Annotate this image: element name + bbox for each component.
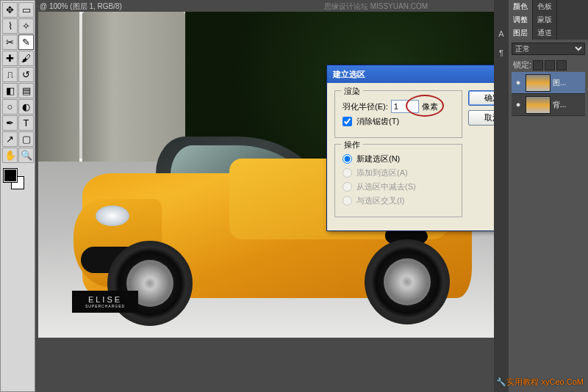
car-badge: ELISE SUPERCHARGED bbox=[72, 291, 138, 313]
tab-swatch[interactable]: 色板 bbox=[533, 0, 557, 13]
tab-adjust[interactable]: 调整 bbox=[509, 13, 533, 26]
op-new-radio[interactable] bbox=[343, 154, 352, 164]
op-add-radio bbox=[343, 168, 352, 178]
tool-move[interactable]: ✥ bbox=[2, 2, 18, 18]
paragraph-panel-icon[interactable]: ¶ bbox=[499, 48, 503, 57]
tool-marquee[interactable]: ▭ bbox=[18, 2, 34, 18]
layer-thumbnail[interactable] bbox=[526, 96, 551, 114]
layer-name[interactable]: 背... bbox=[553, 100, 584, 110]
tab-color[interactable]: 颜色 bbox=[509, 0, 533, 13]
visibility-icon[interactable]: ● bbox=[513, 78, 523, 88]
tool-blur[interactable]: ○ bbox=[2, 99, 18, 115]
lock-label: 锁定: bbox=[513, 59, 531, 70]
feather-label: 羽化半径(E): bbox=[343, 101, 388, 112]
watermark-bottom: 🔧实用教程 xyCeo.CoM bbox=[496, 377, 584, 388]
tool-lasso[interactable]: ⌇ bbox=[2, 18, 18, 34]
tool-zoom[interactable]: 🔍 bbox=[18, 148, 34, 163]
toolbox: ✥ ▭ ⌇ ✧ ✂ ✎ ✚ 🖌 ⎍ ↺ ◧ ▤ ○ ◐ ✒ T ↗ ▢ ✋ 🔍 bbox=[0, 0, 35, 392]
feather-unit: 像素 bbox=[422, 101, 438, 112]
layers-panel: 正常 锁定: ● 图... ● 背... bbox=[509, 40, 588, 119]
right-panels: 颜色 色板 调整 蒙版 图层 通道 正常 锁定: ● bbox=[509, 0, 588, 392]
feather-input[interactable] bbox=[391, 100, 419, 113]
layer-row-bg[interactable]: ● 背... bbox=[512, 94, 585, 116]
layer-thumbnail[interactable] bbox=[526, 74, 551, 92]
type-panel-icon[interactable]: A bbox=[498, 29, 503, 38]
tool-stamp[interactable]: ⎍ bbox=[2, 67, 18, 82]
tool-eyedropper[interactable]: ✎ bbox=[18, 35, 34, 50]
tool-brush[interactable]: 🖌 bbox=[18, 51, 34, 66]
op-sub-radio bbox=[343, 182, 352, 192]
tab-layers[interactable]: 图层 bbox=[509, 26, 533, 40]
tool-type[interactable]: T bbox=[18, 115, 34, 131]
render-legend: 渲染 bbox=[341, 86, 363, 97]
antialias-label: 消除锯齿(T) bbox=[356, 116, 399, 127]
visibility-icon[interactable]: ● bbox=[513, 100, 523, 110]
dock-strip: A ¶ bbox=[494, 0, 509, 392]
tab-mask[interactable]: 蒙版 bbox=[533, 13, 557, 26]
foreground-color[interactable] bbox=[4, 169, 17, 182]
antialias-checkbox[interactable] bbox=[343, 117, 352, 126]
op-sub-label: 从选区中减去(S) bbox=[356, 181, 416, 192]
dialog-titlebar[interactable]: 建立选区 ✕ bbox=[327, 65, 509, 83]
tool-eraser[interactable]: ◧ bbox=[2, 83, 18, 98]
op-add-label: 添加到选区(A) bbox=[356, 167, 408, 178]
tool-hand[interactable]: ✋ bbox=[2, 148, 18, 163]
tool-history[interactable]: ↺ bbox=[18, 67, 34, 82]
tool-path[interactable]: ↗ bbox=[2, 131, 18, 147]
lock-position-icon[interactable] bbox=[556, 60, 567, 70]
tab-channels[interactable]: 通道 bbox=[533, 26, 557, 40]
color-swatches[interactable] bbox=[2, 167, 33, 192]
tool-wand[interactable]: ✧ bbox=[18, 18, 34, 34]
layer-name[interactable]: 图... bbox=[553, 78, 584, 88]
tool-crop[interactable]: ✂ bbox=[2, 35, 18, 50]
tool-dodge[interactable]: ◐ bbox=[18, 99, 34, 115]
op-int-radio bbox=[343, 196, 352, 206]
lock-pixels-icon[interactable] bbox=[545, 60, 555, 70]
tool-shape[interactable]: ▢ bbox=[18, 131, 34, 147]
dialog-title: 建立选区 bbox=[333, 69, 365, 80]
op-int-label: 与选区交叉(I) bbox=[356, 195, 404, 206]
badge-brand: ELISE bbox=[88, 295, 122, 304]
operation-legend: 操作 bbox=[341, 139, 363, 150]
tool-gradient[interactable]: ▤ bbox=[18, 83, 34, 98]
canvas-area: @ 100% (图层 1, RGB/8) 思缘设计论坛 MISSYUAN.COM bbox=[35, 0, 509, 392]
blend-mode-select[interactable]: 正常 bbox=[512, 43, 585, 55]
lock-transparency-icon[interactable] bbox=[533, 60, 543, 70]
tool-pen[interactable]: ✒ bbox=[2, 115, 18, 131]
badge-sub: SUPERCHARGED bbox=[85, 304, 125, 308]
op-new-label: 新建选区(N) bbox=[356, 153, 400, 164]
make-selection-dialog: 建立选区 ✕ 渲染 羽化半径(E): 像素 bbox=[326, 65, 509, 231]
tool-heal[interactable]: ✚ bbox=[2, 51, 18, 66]
watermark-top: 思缘设计论坛 MISSYUAN.COM bbox=[324, 1, 428, 12]
lock-row: 锁定: bbox=[512, 58, 585, 72]
layer-row-1[interactable]: ● 图... bbox=[512, 72, 585, 94]
